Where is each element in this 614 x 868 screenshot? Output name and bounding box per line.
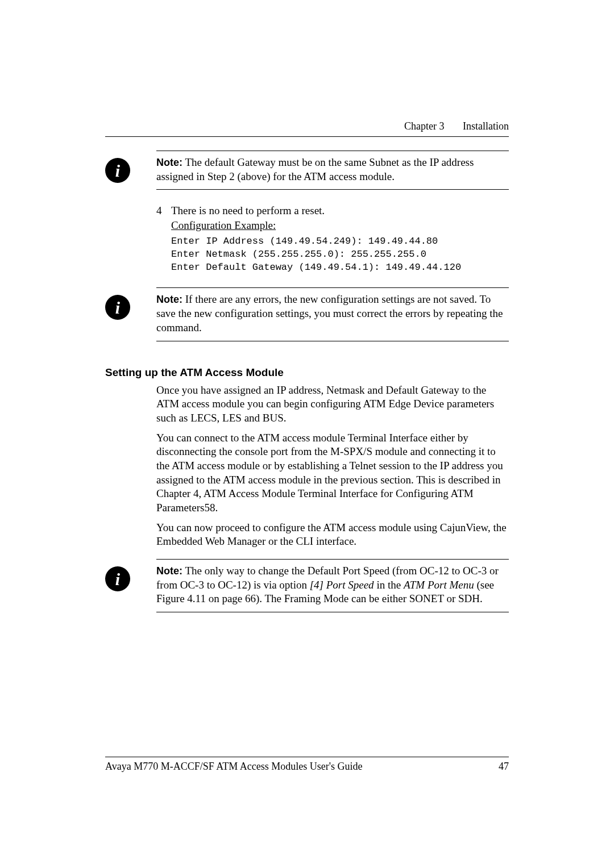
section-body: Once you have assigned an IP address, Ne… xyxy=(156,383,509,549)
header-rule xyxy=(105,136,509,137)
info-icon: i xyxy=(105,295,130,320)
page-footer: Avaya M770 M-ACCF/SF ATM Access Modules … xyxy=(105,761,509,773)
page-number: 47 xyxy=(499,761,509,773)
info-icon: i xyxy=(105,158,130,183)
note-block-2: i Note: If there are any errors, the new… xyxy=(156,287,509,341)
note-text-part: in the xyxy=(374,579,404,591)
chapter-label: Chapter 3 xyxy=(404,120,460,132)
note-text: The default Gateway must be on the same … xyxy=(156,156,474,182)
running-header: Chapter 3 Installation xyxy=(404,120,509,132)
chapter-title: Installation xyxy=(463,120,509,132)
paragraph: You can now proceed to configure the ATM… xyxy=(156,521,509,549)
note-label: Note: xyxy=(156,294,182,305)
footer-title: Avaya M770 M-ACCF/SF ATM Access Modules … xyxy=(105,761,362,773)
document-page: Chapter 3 Installation i Note: The defau… xyxy=(0,0,614,868)
config-example-code: Enter IP Address (149.49.54.249): 149.49… xyxy=(171,235,509,274)
paragraph: You can connect to the ATM access module… xyxy=(156,431,509,515)
option-ref: [4] Port Speed xyxy=(310,579,374,591)
config-example-label: Configuration Example: xyxy=(171,218,509,233)
menu-ref: ATM Port Menu xyxy=(404,579,474,591)
footer-rule xyxy=(105,757,509,757)
step-number: 4 xyxy=(156,203,171,274)
note-label: Note: xyxy=(156,565,182,577)
step-4: 4 There is no need to perform a reset. C… xyxy=(156,203,509,274)
note-block-3: i Note: The only way to change the Defau… xyxy=(156,559,509,612)
note-text: If there are any errors, the new configu… xyxy=(156,293,503,333)
note-block-1: i Note: The default Gateway must be on t… xyxy=(156,151,509,190)
info-icon: i xyxy=(105,566,130,591)
note-label: Note: xyxy=(156,157,182,168)
step-line: There is no need to perform a reset. xyxy=(171,203,509,218)
page-content: i Note: The default Gateway must be on t… xyxy=(105,151,509,612)
step-body: There is no need to perform a reset. Con… xyxy=(171,203,509,274)
section-heading: Setting up the ATM Access Module xyxy=(105,366,509,379)
paragraph: Once you have assigned an IP address, Ne… xyxy=(156,383,509,425)
